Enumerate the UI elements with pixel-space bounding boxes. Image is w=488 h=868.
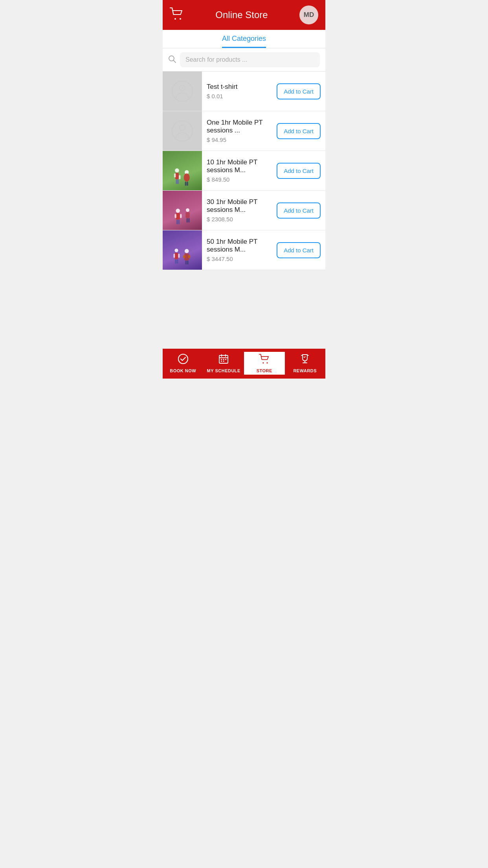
svg-point-5 <box>180 85 185 91</box>
svg-point-34 <box>185 249 189 253</box>
product-image-4 <box>163 191 202 230</box>
product-item-3: 10 1hr Mobile PT sessions M...$ 849.50Ad… <box>163 151 325 191</box>
svg-point-18 <box>176 209 180 213</box>
product-name-1: Test t-shirt <box>207 83 272 91</box>
product-item-2: One 1hr Mobile PT sessions ...$ 94.95Add… <box>163 111 325 151</box>
svg-rect-23 <box>178 220 180 224</box>
svg-point-28 <box>175 249 178 252</box>
svg-rect-16 <box>185 182 187 186</box>
svg-point-1 <box>180 18 181 20</box>
check-circle-icon <box>178 353 189 367</box>
product-image-2 <box>163 111 202 151</box>
nav-item-store[interactable]: STORE <box>244 352 285 375</box>
svg-rect-26 <box>187 218 188 223</box>
nav-item-book-now[interactable]: BOOK NOW <box>163 352 204 375</box>
page-title: Online Store <box>215 9 268 20</box>
product-info-3: 10 1hr Mobile PT sessions M...$ 849.50 <box>202 158 277 183</box>
product-item-1: Test t-shirt$ 0.01Add to Cart <box>163 72 325 111</box>
product-info-1: Test t-shirt$ 0.01 <box>202 83 277 99</box>
svg-rect-33 <box>177 259 178 264</box>
category-tab-all[interactable]: All Categories <box>222 35 266 48</box>
svg-rect-31 <box>178 254 180 258</box>
header: Online Store MD <box>163 0 325 30</box>
svg-rect-20 <box>175 214 177 218</box>
svg-point-51 <box>266 362 268 364</box>
nav-label-book-now: BOOK NOW <box>170 368 196 373</box>
product-price-2: $ 94.95 <box>207 136 272 143</box>
product-image-1 <box>163 72 202 111</box>
empty-area <box>163 270 325 349</box>
product-price-4: $ 2308.50 <box>207 216 272 223</box>
product-image-3 <box>163 151 202 190</box>
svg-rect-25 <box>185 212 190 218</box>
svg-rect-10 <box>174 173 176 178</box>
product-name-2: One 1hr Mobile PT sessions ... <box>207 119 272 134</box>
nav-label-store: STORE <box>257 368 272 373</box>
svg-rect-30 <box>174 254 175 258</box>
nav-label-my-schedule: MY SCHEDULE <box>207 368 240 373</box>
category-tab-bar: All Categories <box>163 30 325 48</box>
bottom-nav: BOOK NOW MY SCHEDULE STO <box>163 349 325 379</box>
header-cart-icon[interactable] <box>170 7 184 23</box>
trophy-icon <box>299 353 310 367</box>
search-icon <box>168 55 176 65</box>
svg-rect-12 <box>176 179 178 184</box>
product-price-5: $ 3447.50 <box>207 256 272 262</box>
product-item-5: 50 1hr Mobile PT sessions M...$ 3447.50A… <box>163 230 325 270</box>
svg-rect-37 <box>188 255 190 258</box>
product-item-4: 30 1hr Mobile PT sessions M...$ 2308.50A… <box>163 191 325 230</box>
svg-rect-38 <box>185 261 187 265</box>
svg-rect-47 <box>225 359 226 360</box>
svg-rect-29 <box>175 253 178 259</box>
product-name-4: 30 1hr Mobile PT sessions M... <box>207 198 272 214</box>
svg-point-24 <box>186 208 189 212</box>
nav-item-my-schedule[interactable]: MY SCHEDULE <box>204 352 244 375</box>
svg-line-3 <box>174 60 176 63</box>
svg-rect-13 <box>177 179 179 184</box>
product-price-1: $ 0.01 <box>207 93 272 99</box>
add-to-cart-button-5[interactable]: Add to Cart <box>277 242 321 258</box>
svg-rect-45 <box>221 359 222 360</box>
svg-point-7 <box>180 125 185 131</box>
svg-point-40 <box>178 354 188 364</box>
product-name-3: 10 1hr Mobile PT sessions M... <box>207 158 272 174</box>
svg-point-0 <box>174 18 176 20</box>
svg-rect-36 <box>183 255 185 258</box>
add-to-cart-button-1[interactable]: Add to Cart <box>277 83 321 99</box>
svg-rect-48 <box>221 361 222 362</box>
calendar-icon <box>218 353 229 367</box>
search-bar <box>163 48 325 72</box>
product-list: Test t-shirt$ 0.01Add to Cart One 1hr Mo… <box>163 72 325 270</box>
svg-rect-46 <box>223 359 224 360</box>
svg-rect-19 <box>176 213 180 220</box>
avatar[interactable]: MD <box>299 6 318 24</box>
svg-rect-21 <box>180 214 182 218</box>
svg-rect-49 <box>223 361 224 362</box>
svg-rect-39 <box>187 261 189 265</box>
add-to-cart-button-4[interactable]: Add to Cart <box>277 202 321 219</box>
product-info-2: One 1hr Mobile PT sessions ...$ 94.95 <box>202 119 277 143</box>
add-to-cart-button-3[interactable]: Add to Cart <box>277 163 321 179</box>
svg-point-15 <box>184 173 190 182</box>
search-input[interactable] <box>180 52 320 67</box>
product-image-5 <box>163 230 202 270</box>
svg-rect-11 <box>179 175 181 180</box>
nav-label-rewards: REWARDS <box>293 368 317 373</box>
product-name-5: 50 1hr Mobile PT sessions M... <box>207 238 272 254</box>
svg-rect-27 <box>188 218 190 223</box>
svg-point-50 <box>262 362 264 364</box>
store-cart-icon <box>259 353 270 367</box>
product-info-5: 50 1hr Mobile PT sessions M...$ 3447.50 <box>202 238 277 262</box>
svg-rect-32 <box>175 259 176 264</box>
nav-item-rewards[interactable]: REWARDS <box>285 352 326 375</box>
svg-rect-17 <box>187 182 188 186</box>
product-info-4: 30 1hr Mobile PT sessions M...$ 2308.50 <box>202 198 277 223</box>
svg-point-8 <box>175 168 179 173</box>
product-price-3: $ 849.50 <box>207 176 272 183</box>
add-to-cart-button-2[interactable]: Add to Cart <box>277 123 321 139</box>
svg-rect-22 <box>176 220 178 224</box>
